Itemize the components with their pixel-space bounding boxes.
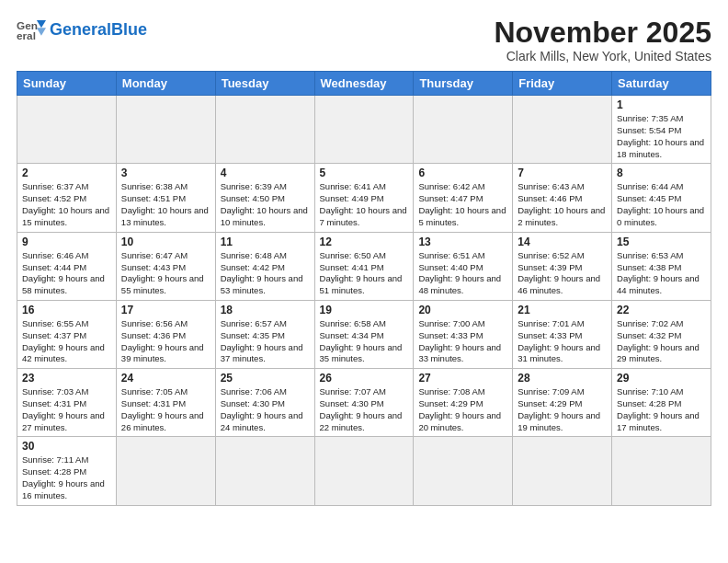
day-info: Sunrise: 6:48 AM Sunset: 4:42 PM Dayligh…	[221, 250, 310, 297]
calendar-cell	[215, 437, 314, 505]
calendar-cell: 23Sunrise: 7:03 AM Sunset: 4:31 PM Dayli…	[17, 369, 117, 437]
calendar-cell: 11Sunrise: 6:48 AM Sunset: 4:42 PM Dayli…	[215, 232, 314, 300]
day-number: 3	[121, 167, 210, 179]
calendar-cell: 3Sunrise: 6:38 AM Sunset: 4:51 PM Daylig…	[116, 164, 215, 232]
day-info: Sunrise: 6:41 AM Sunset: 4:49 PM Dayligh…	[320, 181, 409, 228]
day-info: Sunrise: 7:00 AM Sunset: 4:33 PM Dayligh…	[418, 318, 507, 365]
calendar-cell: 1Sunrise: 7:35 AM Sunset: 5:54 PM Daylig…	[612, 96, 711, 164]
calendar-cell: 5Sunrise: 6:41 AM Sunset: 4:49 PM Daylig…	[314, 164, 414, 232]
calendar-cell	[612, 437, 711, 505]
calendar-cell: 17Sunrise: 6:56 AM Sunset: 4:36 PM Dayli…	[116, 300, 215, 368]
calendar-cell: 6Sunrise: 6:42 AM Sunset: 4:47 PM Daylig…	[414, 164, 513, 232]
day-number: 10	[121, 236, 210, 248]
calendar-week-row: 1Sunrise: 7:35 AM Sunset: 5:54 PM Daylig…	[17, 96, 711, 164]
calendar-cell: 18Sunrise: 6:57 AM Sunset: 4:35 PM Dayli…	[215, 300, 314, 368]
day-number: 27	[418, 372, 507, 385]
day-info: Sunrise: 7:07 AM Sunset: 4:30 PM Dayligh…	[320, 386, 409, 433]
day-info: Sunrise: 6:53 AM Sunset: 4:38 PM Dayligh…	[617, 250, 706, 297]
day-info: Sunrise: 6:47 AM Sunset: 4:43 PM Dayligh…	[121, 250, 210, 297]
day-number: 22	[617, 304, 706, 316]
calendar-cell: 30Sunrise: 7:11 AM Sunset: 4:28 PM Dayli…	[17, 437, 117, 505]
calendar-cell: 21Sunrise: 7:01 AM Sunset: 4:33 PM Dayli…	[513, 300, 612, 368]
day-number: 19	[320, 304, 409, 316]
title-block: November 2025 Clark Mills, New York, Uni…	[494, 17, 711, 63]
day-info: Sunrise: 6:46 AM Sunset: 4:44 PM Dayligh…	[22, 250, 111, 297]
day-number: 18	[221, 304, 310, 316]
calendar-cell: 25Sunrise: 7:06 AM Sunset: 4:30 PM Dayli…	[215, 369, 314, 437]
day-info: Sunrise: 7:08 AM Sunset: 4:29 PM Dayligh…	[418, 386, 507, 433]
calendar-cell	[215, 96, 314, 164]
calendar-cell: 7Sunrise: 6:43 AM Sunset: 4:46 PM Daylig…	[513, 164, 612, 232]
header-monday: Monday	[116, 72, 215, 96]
calendar-cell	[414, 96, 513, 164]
calendar-cell	[314, 96, 414, 164]
generalblue-logo-icon: Gen eral	[17, 17, 46, 42]
calendar-cell: 8Sunrise: 6:44 AM Sunset: 4:45 PM Daylig…	[612, 164, 711, 232]
day-info: Sunrise: 6:43 AM Sunset: 4:46 PM Dayligh…	[518, 181, 607, 228]
calendar-cell: 16Sunrise: 6:55 AM Sunset: 4:37 PM Dayli…	[17, 300, 117, 368]
day-number: 14	[518, 236, 607, 248]
location: Clark Mills, New York, United States	[494, 49, 711, 63]
day-info: Sunrise: 6:50 AM Sunset: 4:41 PM Dayligh…	[320, 250, 409, 297]
day-info: Sunrise: 6:39 AM Sunset: 4:50 PM Dayligh…	[221, 181, 310, 228]
day-number: 21	[518, 304, 607, 316]
calendar-cell: 2Sunrise: 6:37 AM Sunset: 4:52 PM Daylig…	[17, 164, 117, 232]
day-number: 15	[617, 236, 706, 248]
day-info: Sunrise: 6:38 AM Sunset: 4:51 PM Dayligh…	[121, 181, 210, 228]
day-info: Sunrise: 6:57 AM Sunset: 4:35 PM Dayligh…	[221, 318, 310, 365]
day-number: 30	[22, 440, 111, 453]
day-number: 23	[22, 372, 111, 385]
calendar-cell: 19Sunrise: 6:58 AM Sunset: 4:34 PM Dayli…	[314, 300, 414, 368]
calendar-cell	[513, 96, 612, 164]
calendar-cell: 13Sunrise: 6:51 AM Sunset: 4:40 PM Dayli…	[414, 232, 513, 300]
day-info: Sunrise: 6:55 AM Sunset: 4:37 PM Dayligh…	[22, 318, 111, 365]
header-tuesday: Tuesday	[215, 72, 314, 96]
day-info: Sunrise: 7:09 AM Sunset: 4:29 PM Dayligh…	[518, 386, 607, 433]
day-info: Sunrise: 7:10 AM Sunset: 4:28 PM Dayligh…	[617, 386, 706, 433]
day-info: Sunrise: 7:03 AM Sunset: 4:31 PM Dayligh…	[22, 386, 111, 433]
day-number: 16	[22, 304, 111, 316]
day-info: Sunrise: 7:02 AM Sunset: 4:32 PM Dayligh…	[617, 318, 706, 365]
calendar-cell: 14Sunrise: 6:52 AM Sunset: 4:39 PM Dayli…	[513, 232, 612, 300]
calendar-cell: 29Sunrise: 7:10 AM Sunset: 4:28 PM Dayli…	[612, 369, 711, 437]
svg-text:eral: eral	[17, 29, 36, 41]
weekday-header-row: Sunday Monday Tuesday Wednesday Thursday…	[17, 72, 711, 96]
calendar-cell: 22Sunrise: 7:02 AM Sunset: 4:32 PM Dayli…	[612, 300, 711, 368]
calendar-cell: 9Sunrise: 6:46 AM Sunset: 4:44 PM Daylig…	[17, 232, 117, 300]
day-number: 9	[22, 236, 111, 248]
calendar-cell: 4Sunrise: 6:39 AM Sunset: 4:50 PM Daylig…	[215, 164, 314, 232]
calendar: Sunday Monday Tuesday Wednesday Thursday…	[17, 71, 711, 506]
day-number: 17	[121, 304, 210, 316]
calendar-week-row: 2Sunrise: 6:37 AM Sunset: 4:52 PM Daylig…	[17, 164, 711, 232]
day-number: 1	[617, 98, 706, 111]
day-number: 11	[221, 236, 310, 248]
day-info: Sunrise: 7:01 AM Sunset: 4:33 PM Dayligh…	[518, 318, 607, 365]
logo: Gen eral GeneralBlue	[17, 17, 147, 42]
day-info: Sunrise: 7:05 AM Sunset: 4:31 PM Dayligh…	[121, 386, 210, 433]
header-thursday: Thursday	[414, 72, 513, 96]
calendar-cell: 27Sunrise: 7:08 AM Sunset: 4:29 PM Dayli…	[414, 369, 513, 437]
calendar-cell	[116, 437, 215, 505]
day-number: 13	[418, 236, 507, 248]
day-info: Sunrise: 6:56 AM Sunset: 4:36 PM Dayligh…	[121, 318, 210, 365]
calendar-cell: 26Sunrise: 7:07 AM Sunset: 4:30 PM Dayli…	[314, 369, 414, 437]
calendar-cell: 20Sunrise: 7:00 AM Sunset: 4:33 PM Dayli…	[414, 300, 513, 368]
day-info: Sunrise: 7:35 AM Sunset: 5:54 PM Dayligh…	[617, 113, 706, 160]
day-info: Sunrise: 6:37 AM Sunset: 4:52 PM Dayligh…	[22, 181, 111, 228]
header-sunday: Sunday	[17, 72, 117, 96]
day-info: Sunrise: 6:42 AM Sunset: 4:47 PM Dayligh…	[418, 181, 507, 228]
calendar-cell: 28Sunrise: 7:09 AM Sunset: 4:29 PM Dayli…	[513, 369, 612, 437]
day-number: 20	[418, 304, 507, 316]
header-saturday: Saturday	[612, 72, 711, 96]
calendar-cell	[513, 437, 612, 505]
day-number: 29	[617, 372, 706, 385]
month-title: November 2025	[494, 17, 711, 49]
calendar-week-row: 9Sunrise: 6:46 AM Sunset: 4:44 PM Daylig…	[17, 232, 711, 300]
day-info: Sunrise: 6:52 AM Sunset: 4:39 PM Dayligh…	[518, 250, 607, 297]
svg-marker-2	[37, 20, 46, 28]
calendar-cell: 10Sunrise: 6:47 AM Sunset: 4:43 PM Dayli…	[116, 232, 215, 300]
calendar-week-row: 23Sunrise: 7:03 AM Sunset: 4:31 PM Dayli…	[17, 369, 711, 437]
calendar-cell	[414, 437, 513, 505]
calendar-cell: 15Sunrise: 6:53 AM Sunset: 4:38 PM Dayli…	[612, 232, 711, 300]
day-number: 6	[418, 167, 507, 179]
